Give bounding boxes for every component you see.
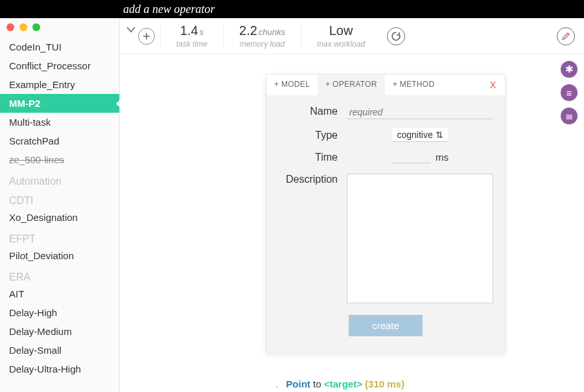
tab-operator[interactable]: + OPERATOR: [318, 75, 385, 95]
close-window-button[interactable]: [6, 23, 14, 31]
sidebar-item[interactable]: Delay-Ultra-High: [0, 360, 119, 378]
to-word: to: [313, 378, 321, 389]
name-label: Name: [278, 106, 347, 117]
right-rail: ✱ ≡ ≣: [561, 61, 578, 124]
metric-unit: s: [200, 27, 204, 37]
time-label: Time: [278, 152, 347, 163]
traffic-lights: [6, 23, 40, 31]
type-label: Type: [278, 130, 347, 141]
metric-label: memory load: [239, 40, 285, 49]
main-area: 1.4s task time 2.2chunks memory load Low…: [120, 18, 584, 392]
name-input[interactable]: [347, 106, 493, 119]
sidebar-item[interactable]: AIT: [0, 284, 119, 303]
duration-token: (310 ms): [365, 378, 404, 389]
chevron-down-icon[interactable]: [126, 27, 135, 33]
sidebar-item-active[interactable]: MM-P2: [0, 94, 119, 113]
metric-value: Low: [329, 23, 353, 38]
metric-max-workload: Low max workload: [301, 23, 380, 49]
code-line: . Point to <target> (310 ms): [275, 378, 404, 389]
sidebar-item[interactable]: Xo_Designation: [0, 208, 119, 227]
create-button[interactable]: create: [349, 315, 423, 336]
sidebar-group-heading: Automation: [0, 169, 119, 189]
sidebar-item[interactable]: CodeIn_TUI: [0, 38, 119, 56]
topbar: 1.4s task time 2.2chunks memory load Low…: [120, 18, 584, 54]
sidebar-item-disabled[interactable]: ze_500-lines: [0, 150, 119, 169]
description-label: Description: [278, 174, 347, 185]
metric-memory-load: 2.2chunks memory load: [223, 23, 301, 49]
refresh-button[interactable]: [387, 27, 405, 45]
target-token: <target>: [324, 378, 362, 389]
sidebar-item[interactable]: Multi-task: [0, 113, 119, 132]
sidebar-group-heading: CDTI: [0, 189, 119, 208]
sidebar-item[interactable]: Pilot_Deviation: [0, 246, 119, 265]
dialog-tabs: + MODEL + OPERATOR + METHOD X: [266, 75, 505, 95]
time-unit: ms: [436, 152, 449, 163]
metric-label: task time: [176, 40, 207, 49]
tab-method[interactable]: + METHOD: [385, 75, 443, 95]
sidebar-group-heading: EFPT: [0, 227, 119, 246]
edit-button[interactable]: [557, 27, 575, 45]
tab-model[interactable]: + MODEL: [266, 75, 318, 95]
close-icon[interactable]: X: [481, 75, 505, 95]
sidebar-item[interactable]: ScratchPad: [0, 132, 119, 150]
add-button[interactable]: [138, 28, 155, 45]
time-input[interactable]: [391, 153, 430, 163]
lines-icon[interactable]: ≡: [561, 84, 578, 101]
sidebar-item[interactable]: Delay-Small: [0, 341, 119, 360]
sidebar-item[interactable]: Delay-Medium: [0, 322, 119, 341]
chevron-updown-icon: ⇅: [436, 130, 443, 140]
metric-value: 1.4: [180, 23, 198, 38]
line-marker: .: [275, 378, 278, 389]
description-textarea[interactable]: [347, 174, 493, 303]
metric-task-time: 1.4s task time: [160, 23, 223, 49]
metric-unit: chunks: [259, 27, 285, 37]
minimize-window-button[interactable]: [19, 23, 27, 31]
sidebar-item[interactable]: Example_Entry: [0, 75, 119, 94]
sidebar-item[interactable]: Delay-High: [0, 303, 119, 322]
sidebar-group-heading: ERA: [0, 265, 119, 284]
action-word: Point: [286, 378, 310, 389]
lines-alt-icon[interactable]: ≣: [561, 108, 578, 124]
titlebar: add a new operator: [0, 0, 584, 18]
metric-label: max workload: [317, 40, 365, 49]
metric-value: 2.2: [239, 23, 257, 38]
sidebar-item[interactable]: Conflict_Processor: [0, 56, 119, 75]
titlebar-annotation: add a new operator: [123, 0, 215, 18]
asterisk-icon[interactable]: ✱: [561, 61, 578, 78]
new-operator-dialog: + MODEL + OPERATOR + METHOD X Name Type …: [266, 74, 506, 354]
zoom-window-button[interactable]: [32, 23, 40, 31]
sidebar: CodeIn_TUI Conflict_Processor Example_En…: [0, 18, 120, 392]
type-select[interactable]: cognitive ⇅: [392, 128, 447, 142]
